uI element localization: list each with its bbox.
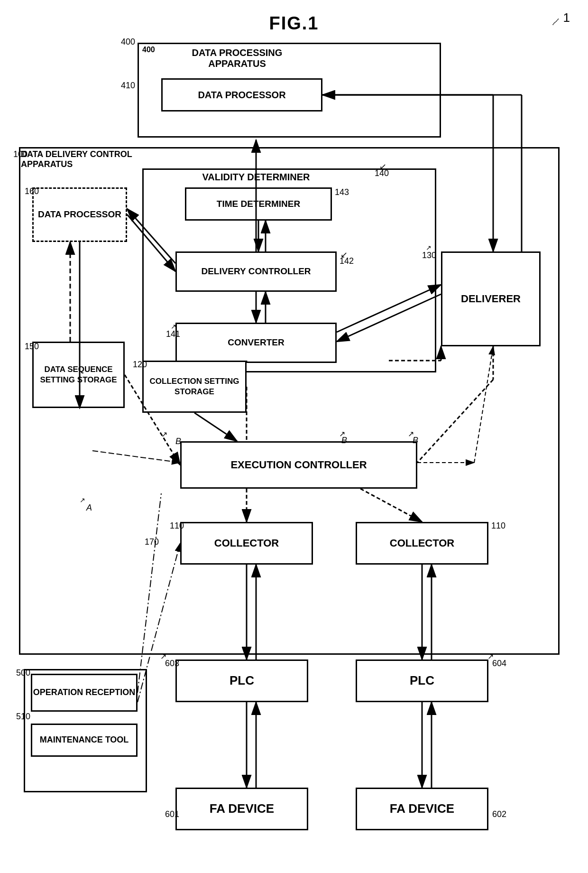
- b-arrow-right: ↗: [408, 429, 414, 438]
- ref-130: 130: [422, 251, 436, 260]
- ref-120: 120: [133, 360, 147, 370]
- validity-determiner-label: VALIDITY DETERMINER: [161, 172, 351, 183]
- ref-141-arrow: ↗: [171, 323, 176, 330]
- ref-602: 602: [492, 809, 506, 819]
- data-processor-top: DATA PROCESSOR: [161, 78, 322, 111]
- ref-110-right: 110: [491, 521, 505, 531]
- time-determiner: TIME DETERMINER: [185, 187, 332, 221]
- plc-right: PLC: [356, 659, 488, 702]
- data-sequence-setting-storage: DATA SEQUENCE SETTING STORAGE: [32, 342, 125, 408]
- collector-left: COLLECTOR: [180, 522, 313, 565]
- ref-410: 410: [121, 81, 135, 91]
- ref-140-arrow: ↙: [379, 161, 386, 172]
- data-processing-apparatus-label: 400: [142, 46, 155, 54]
- ref-150: 150: [25, 342, 39, 352]
- b-arrow-left: ↗: [161, 430, 167, 439]
- corner-slash: ⟋: [550, 14, 562, 29]
- ref-603: 603: [165, 659, 179, 669]
- ref-604: 604: [492, 659, 506, 669]
- data-processor-left: DATA PROCESSOR: [32, 187, 127, 242]
- figure-title: FIG.1: [269, 13, 319, 34]
- collector-right: COLLECTOR: [356, 522, 488, 565]
- ref-160: 160: [25, 186, 39, 196]
- delivery-controller: DELIVERY CONTROLLER: [175, 251, 337, 292]
- maintenance-tool: MAINTENANCE TOOL: [31, 724, 138, 757]
- ref-510: 510: [16, 712, 30, 722]
- ref-143: 143: [335, 187, 349, 197]
- ref-603-arrow: ↗: [160, 652, 166, 661]
- ref-601: 601: [165, 809, 179, 819]
- converter: CONVERTER: [175, 323, 337, 363]
- ref-500: 500: [16, 668, 30, 678]
- dpa-outer-label: DATA PROCESSINGAPPARATUS: [166, 47, 308, 69]
- fa-device-left: FA DEVICE: [175, 788, 308, 830]
- ref-400: 400: [121, 37, 135, 47]
- ref-142-arrow: ↙: [340, 250, 348, 260]
- plc-left: PLC: [175, 659, 308, 702]
- execution-controller: EXECUTION CONTROLLER: [180, 441, 417, 489]
- fa-device-right: FA DEVICE: [356, 788, 488, 830]
- ref-130-arrow: ↗: [426, 244, 432, 251]
- corner-number: 1: [563, 10, 570, 25]
- a-arrow: ↗: [80, 496, 85, 504]
- ref-110-left: 110: [170, 521, 184, 531]
- ref-100: 100: [13, 149, 28, 159]
- b-label-left: B: [175, 436, 181, 446]
- a-label: A: [86, 503, 92, 513]
- ref-141: 141: [166, 329, 180, 339]
- collection-setting-storage: COLLECTION SETTING STORAGE: [142, 361, 247, 413]
- ref-170: 170: [145, 537, 159, 547]
- b-arrow-mid: ↗: [339, 429, 345, 438]
- deliverer: DELIVERER: [441, 251, 541, 346]
- ddca-label: DATA DELIVERY CONTROLAPPARATUS: [21, 149, 132, 169]
- ref-604-arrow: ↗: [487, 652, 494, 661]
- operation-reception: OPERATION RECEPTION: [31, 674, 138, 712]
